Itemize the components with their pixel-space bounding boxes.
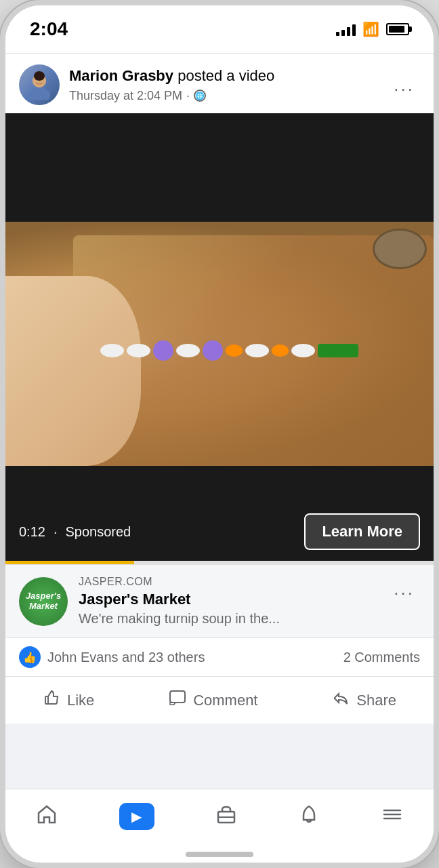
jasper-logo-text: Jasper'sMarket (26, 591, 61, 611)
comment-label: Comment (193, 692, 257, 709)
svg-rect-6 (45, 696, 48, 704)
post-author-text: Marion Grasby posted a video (69, 66, 274, 86)
share-icon (332, 689, 350, 711)
avatar[interactable] (19, 64, 60, 105)
status-bar: 2:04 📶 (5, 5, 434, 53)
like-thumb-icon: 👍 (23, 651, 37, 664)
reactions-row: 👍 John Evans and 23 others 2 Comments (5, 637, 434, 676)
veg-white-3 (176, 344, 200, 357)
vegetables (100, 262, 420, 439)
bowl-right (373, 229, 427, 269)
sponsored-label: Sponsored (66, 524, 131, 540)
veg-white-4 (245, 344, 269, 357)
veg-white-1 (100, 344, 124, 357)
video-container[interactable]: 0:12 · Sponsored Learn More (5, 113, 434, 561)
avatar-image (19, 64, 60, 105)
comment-icon (169, 689, 186, 711)
share-button[interactable]: Share (318, 679, 410, 721)
notifications-icon (298, 804, 320, 830)
phone-frame: 2:04 📶 (0, 0, 439, 868)
reactions-left: 👍 John Evans and 23 others (19, 646, 205, 668)
like-label: Like (67, 692, 94, 709)
status-time: 2:04 (30, 18, 68, 40)
post-more-options[interactable]: ... (388, 72, 420, 98)
ad-title[interactable]: Jasper's Market (79, 591, 280, 608)
veg-green-1 (318, 344, 358, 357)
play-icon: ▶ (131, 808, 142, 825)
signal-bar-1 (336, 32, 339, 36)
reactions-text[interactable]: John Evans and 23 others (47, 650, 205, 665)
cooking-scene-bg (5, 222, 434, 466)
signal-bar-4 (352, 24, 356, 36)
like-button[interactable]: Like (29, 679, 108, 721)
post-dot: · (186, 89, 190, 103)
menu-icon (381, 804, 403, 830)
veg-purple-2 (203, 340, 223, 361)
ad-card-left: Jasper'sMarket JASPER.COM Jasper's Marke… (19, 576, 280, 627)
learn-more-button[interactable]: Learn More (304, 513, 420, 550)
home-icon (36, 804, 58, 830)
veg-orange-2 (272, 344, 289, 357)
post-header: Marion Grasby posted a video Thursday at… (5, 54, 434, 113)
video-timestamp: 0:12 (19, 524, 45, 540)
nav-notifications[interactable] (285, 798, 333, 835)
ad-card[interactable]: Jasper'sMarket JASPER.COM Jasper's Marke… (5, 564, 434, 637)
veg-white-5 (291, 344, 315, 357)
ad-info: JASPER.COM Jasper's Market We're making … (79, 576, 280, 627)
ad-description: We're making turnip soup in the... (79, 611, 280, 627)
post-timestamp: Thursday at 2:04 PM (69, 89, 182, 103)
marketplace-icon (215, 804, 237, 830)
jasper-logo-inner: Jasper'sMarket (19, 577, 68, 626)
veg-orange-1 (226, 344, 243, 357)
video-overlay: 0:12 · Sponsored Learn More (5, 502, 434, 561)
video-time-sponsored: 0:12 · Sponsored (19, 524, 131, 540)
svg-point-1 (28, 87, 50, 100)
nav-home[interactable] (22, 798, 71, 835)
like-bubble: 👍 (19, 646, 41, 668)
post-meta: Marion Grasby posted a video Thursday at… (69, 66, 274, 103)
globe-icon: 🌐 (194, 90, 206, 102)
signal-bar-2 (341, 30, 345, 36)
share-label: Share (356, 692, 396, 709)
bottom-handle (186, 852, 253, 857)
nav-marketplace[interactable] (202, 798, 251, 835)
feed-content[interactable]: Marion Grasby posted a video Thursday at… (5, 54, 434, 789)
wifi-icon: 📶 (362, 21, 379, 37)
post-action-text: posted a video (177, 67, 274, 84)
ad-more-options[interactable]: ... (388, 576, 420, 602)
comment-button[interactable]: Comment (155, 679, 271, 721)
author-name[interactable]: Marion Grasby (69, 67, 173, 84)
ad-source: JASPER.COM (79, 576, 280, 588)
video-dot: · (54, 524, 58, 540)
status-icons: 📶 (336, 21, 409, 37)
like-icon (43, 689, 60, 711)
action-buttons: Like Comment Share (5, 676, 434, 724)
video-cooking-scene (5, 222, 434, 466)
post-author-section: Marion Grasby posted a video Thursday at… (19, 64, 274, 105)
battery-icon (386, 23, 409, 35)
svg-rect-7 (170, 691, 185, 703)
video-dark-top (5, 113, 434, 222)
signal-bars-icon (336, 22, 356, 36)
nav-video[interactable]: ▶ (106, 797, 168, 835)
nav-play-button[interactable]: ▶ (119, 803, 154, 830)
signal-bar-3 (347, 27, 350, 36)
jasper-logo[interactable]: Jasper'sMarket (19, 577, 68, 626)
comments-count[interactable]: 2 Comments (343, 650, 420, 665)
nav-menu[interactable] (368, 798, 417, 835)
post-time: Thursday at 2:04 PM · 🌐 (69, 89, 274, 103)
svg-rect-5 (34, 71, 45, 81)
veg-purple-1 (153, 340, 173, 361)
veg-white-2 (127, 344, 150, 357)
bottom-navigation: ▶ (5, 789, 434, 852)
